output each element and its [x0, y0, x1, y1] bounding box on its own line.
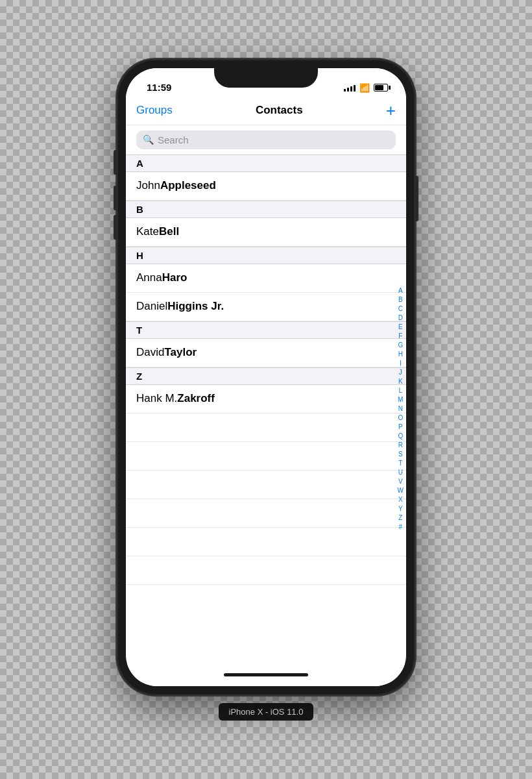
empty-row — [126, 528, 406, 556]
contact-first-name: Daniel — [136, 300, 167, 313]
alpha-index[interactable]: ABCDEFGHIJKLMNOPQRSTUVWXYZ# — [398, 155, 404, 664]
alpha-letter-j[interactable]: J — [399, 368, 402, 377]
contact-last-name: Bell — [159, 225, 179, 238]
alpha-letter-b[interactable]: B — [398, 295, 403, 304]
contacts-scroll[interactable]: AJohn AppleseedBKate BellHAnna HaroDanie… — [126, 155, 406, 664]
alpha-letter-q[interactable]: Q — [398, 432, 403, 441]
alpha-letter-g[interactable]: G — [398, 341, 403, 350]
alpha-letter-p[interactable]: P — [398, 423, 403, 432]
search-input[interactable]: Search — [158, 134, 189, 145]
alpha-letter-z[interactable]: Z — [398, 513, 402, 523]
signal-bars-icon — [344, 84, 356, 92]
search-icon: 🔍 — [143, 134, 154, 145]
alpha-letter-k[interactable]: K — [398, 377, 403, 386]
section-header-b: B — [126, 201, 406, 218]
section-header-z: Z — [126, 367, 406, 385]
contact-row[interactable]: John Appleseed — [126, 172, 406, 201]
contact-row[interactable]: David Taylor — [126, 339, 406, 367]
contact-row[interactable]: Hank M. Zakroff — [126, 385, 406, 414]
empty-row — [126, 414, 406, 442]
contact-first-name: David — [136, 346, 164, 359]
section-header-h: H — [126, 247, 406, 264]
alpha-letter-a[interactable]: A — [398, 286, 403, 295]
phone-screen: 11:59 📶 Groups Contacts + — [126, 68, 406, 686]
alpha-letter-t[interactable]: T — [398, 459, 402, 468]
contact-first-name: Anna — [136, 271, 162, 284]
status-icons: 📶 — [344, 83, 388, 93]
contact-last-name: Zakroff — [177, 392, 215, 405]
nav-bar: Groups Contacts + — [126, 97, 406, 125]
contact-first-name: Hank M. — [136, 392, 177, 405]
phone-wrapper: 11:59 📶 Groups Contacts + — [117, 59, 415, 721]
contact-last-name: Appleseed — [160, 179, 216, 192]
alpha-letter-h[interactable]: H — [398, 350, 403, 359]
contact-row[interactable]: Anna Haro — [126, 264, 406, 293]
alpha-letter-c[interactable]: C — [398, 304, 403, 314]
battery-fill — [375, 85, 383, 90]
empty-row — [126, 499, 406, 528]
alpha-letter-#[interactable]: # — [398, 523, 402, 532]
alpha-letter-y[interactable]: Y — [398, 504, 403, 513]
alpha-letter-x[interactable]: X — [398, 495, 403, 504]
alpha-letter-r[interactable]: R — [398, 441, 403, 450]
home-bar — [224, 673, 308, 676]
contact-last-name: Taylor — [164, 346, 197, 359]
contact-last-name: Higgins Jr. — [167, 300, 224, 313]
alpha-letter-u[interactable]: U — [398, 468, 403, 477]
alpha-letter-f[interactable]: F — [398, 332, 402, 341]
alpha-letter-v[interactable]: V — [398, 477, 403, 486]
device-label: iPhone X - iOS 11.0 — [219, 703, 314, 721]
wifi-icon: 📶 — [359, 83, 370, 93]
alpha-letter-d[interactable]: D — [398, 314, 403, 323]
alpha-letter-n[interactable]: N — [398, 404, 403, 414]
contacts-list: AJohn AppleseedBKate BellHAnna HaroDanie… — [126, 155, 406, 664]
page-title: Contacts — [256, 104, 303, 117]
section-header-a: A — [126, 155, 406, 172]
alpha-letter-s[interactable]: S — [398, 450, 403, 459]
alpha-letter-l[interactable]: L — [398, 386, 402, 395]
empty-row — [126, 556, 406, 585]
alpha-letter-i[interactable]: I — [400, 359, 402, 368]
status-time: 11:59 — [147, 82, 171, 93]
contact-last-name: Haro — [162, 271, 187, 284]
alpha-letter-o[interactable]: O — [398, 414, 403, 423]
contact-row[interactable]: Daniel Higgins Jr. — [126, 293, 406, 321]
alpha-letter-w[interactable]: W — [398, 486, 404, 495]
empty-row — [126, 442, 406, 471]
add-contact-button[interactable]: + — [386, 102, 396, 119]
alpha-letter-m[interactable]: M — [398, 395, 403, 404]
phone-frame: 11:59 📶 Groups Contacts + — [117, 59, 415, 695]
search-bar: 🔍 Search — [126, 125, 406, 155]
contact-first-name: Kate — [136, 225, 159, 238]
search-input-container[interactable]: 🔍 Search — [136, 130, 396, 149]
section-header-t: T — [126, 321, 406, 339]
battery-icon — [374, 84, 388, 92]
groups-button[interactable]: Groups — [136, 104, 173, 117]
contact-first-name: John — [136, 179, 160, 192]
empty-row — [126, 471, 406, 499]
notch — [214, 68, 318, 88]
contact-row[interactable]: Kate Bell — [126, 218, 406, 247]
home-indicator — [126, 664, 406, 686]
alpha-letter-e[interactable]: E — [398, 323, 403, 332]
